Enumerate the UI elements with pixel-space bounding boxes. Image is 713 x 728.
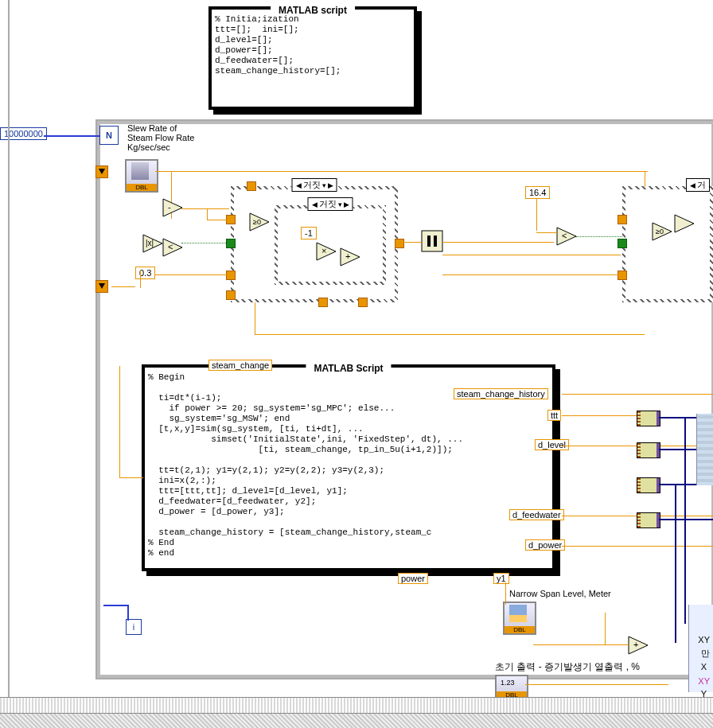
svg-text:<: < xyxy=(562,231,567,240)
const-16-4[interactable]: 16.4 xyxy=(525,186,550,199)
case-label: 거 xyxy=(697,179,706,191)
tunnel xyxy=(226,290,236,300)
narrow-span-indicator[interactable]: DBL xyxy=(503,601,536,635)
dbl-tag: DBL xyxy=(505,626,535,633)
wire xyxy=(255,302,255,334)
wire xyxy=(533,644,629,645)
svg-text:-: - xyxy=(168,202,171,212)
case-dropdown-icon[interactable]: ▾ xyxy=(338,200,342,208)
slew-rate-control[interactable]: DBL xyxy=(125,159,158,193)
wire xyxy=(536,171,648,172)
svg-marker-0 xyxy=(163,199,182,216)
pause-or-compare-icon[interactable] xyxy=(422,231,442,251)
case-label: 거짓 xyxy=(319,198,337,210)
wire xyxy=(645,171,645,187)
script-code[interactable]: % Initia;ization ttt=[]; ini=[]; d_level… xyxy=(215,14,411,105)
less-than-op-icon[interactable]: < xyxy=(163,239,182,256)
case-structure-2[interactable]: ◀ 거 xyxy=(622,186,713,302)
tunnel xyxy=(618,215,627,224)
wire xyxy=(255,334,645,335)
wire xyxy=(562,546,713,547)
case-selector[interactable]: ◀ 거짓 ▾ ▶ xyxy=(292,178,337,192)
wire xyxy=(525,684,668,685)
build-array-node[interactable] xyxy=(637,512,660,528)
wire xyxy=(119,477,143,478)
wire xyxy=(44,135,99,137)
wire xyxy=(562,415,641,416)
xy-label: XY xyxy=(698,635,710,644)
case-next-icon[interactable]: ▶ xyxy=(344,200,349,208)
right-cluster-strip xyxy=(696,414,713,485)
svg-marker-19 xyxy=(675,215,694,232)
terminal-steam-change-history: steam_change_history xyxy=(454,388,548,399)
tunnel xyxy=(318,298,328,307)
wire xyxy=(181,243,229,243)
ge-op-icon[interactable]: ≥0 xyxy=(653,223,672,240)
add-op-icon[interactable]: + xyxy=(629,637,648,654)
horizontal-scrollbar[interactable] xyxy=(0,713,713,728)
const-neg1[interactable]: -1 xyxy=(301,227,317,239)
case-label: 거짓 xyxy=(303,179,321,191)
wire xyxy=(103,605,127,606)
tunnel xyxy=(395,239,404,248)
case-dropdown-icon[interactable]: ▾ xyxy=(322,181,326,189)
subtract-op-icon[interactable]: - xyxy=(163,199,182,216)
wire xyxy=(140,271,141,288)
ge-op-icon[interactable]: ≥0 xyxy=(250,213,269,231)
wire xyxy=(127,605,129,621)
wire xyxy=(442,255,621,255)
svg-rect-12 xyxy=(422,231,442,251)
shift-register-icon xyxy=(95,280,108,293)
terminal-power: power xyxy=(398,573,428,584)
tunnel xyxy=(247,181,256,191)
wire xyxy=(155,171,537,172)
wire xyxy=(119,366,120,477)
case-selector[interactable]: ◀ 거짓 ▾ ▶ xyxy=(308,197,353,211)
build-array-node[interactable] xyxy=(637,477,660,493)
svg-text:<: < xyxy=(168,242,173,251)
wire xyxy=(402,242,422,243)
wire xyxy=(536,199,537,231)
build-array-node[interactable] xyxy=(637,411,660,426)
svg-text:+: + xyxy=(345,251,350,261)
terminal-d-feedwater: d_feedwater xyxy=(509,509,564,520)
multiply-op-icon[interactable]: × xyxy=(317,243,336,260)
abs-op-icon[interactable]: |x| xyxy=(143,235,162,252)
op-icon[interactable] xyxy=(675,215,694,232)
script-code[interactable]: % Begin ti=dt*(i-1); if power >= 20; sg_… xyxy=(148,372,549,566)
block-diagram[interactable]: 10000000 N MATLAB script % Initia;izatio… xyxy=(0,0,713,700)
loop-count-constant[interactable]: 10000000 xyxy=(0,127,47,140)
wire xyxy=(684,417,686,624)
svg-rect-13 xyxy=(427,236,431,247)
build-array-node[interactable] xyxy=(637,442,660,458)
case-prev-icon[interactable]: ◀ xyxy=(296,181,302,189)
wire xyxy=(605,613,606,644)
terminal-d-power: d_power xyxy=(525,539,565,551)
svg-text:≥0: ≥0 xyxy=(253,218,261,226)
wire xyxy=(155,274,229,275)
case-selector[interactable]: ◀ 거 xyxy=(686,178,710,192)
case-prev-icon[interactable]: ◀ xyxy=(312,200,318,208)
terminal-ttt: ttt xyxy=(547,410,561,421)
less-than-op-icon[interactable]: < xyxy=(557,228,576,245)
wire xyxy=(207,220,229,220)
wire xyxy=(536,232,557,233)
dbl-tag: DBL xyxy=(127,184,157,191)
svg-text:≥0: ≥0 xyxy=(656,228,664,236)
tunnel xyxy=(358,298,368,307)
add-op-icon[interactable]: + xyxy=(341,248,360,266)
selector-terminal xyxy=(226,239,236,248)
wire xyxy=(562,394,713,395)
selector-terminal xyxy=(618,239,627,248)
svg-rect-14 xyxy=(434,236,437,247)
terminal-y1: y1 xyxy=(493,573,509,584)
tunnel xyxy=(618,271,627,280)
x-label: X xyxy=(701,662,707,672)
wire xyxy=(442,242,554,243)
matlab-script-node-1[interactable]: MATLAB script % Initia;ization ttt=[]; i… xyxy=(208,6,417,110)
case-next-icon[interactable]: ▶ xyxy=(328,181,333,189)
loop-n-terminal: N xyxy=(99,126,119,145)
const-0-3[interactable]: 0.3 xyxy=(135,267,155,279)
case-prev-icon[interactable]: ◀ xyxy=(690,181,695,189)
wire xyxy=(505,582,506,605)
